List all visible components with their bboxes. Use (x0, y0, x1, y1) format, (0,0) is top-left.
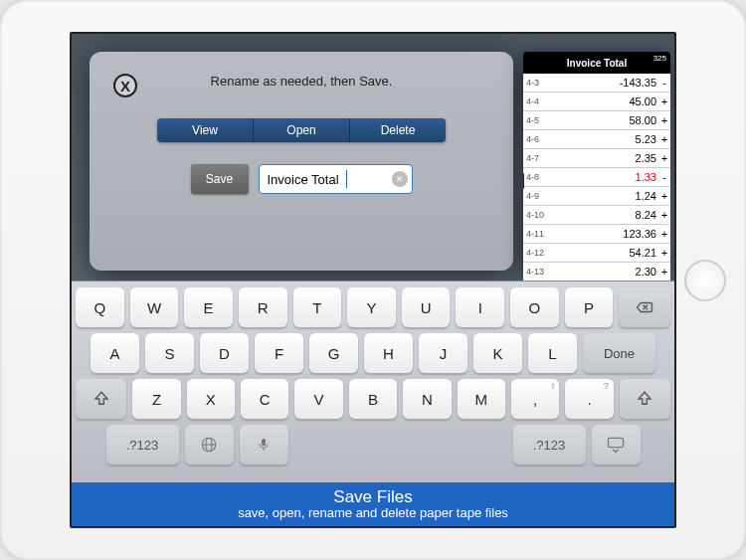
done-key[interactable]: Done (583, 333, 655, 373)
tape-row-value: 54.21 (555, 244, 658, 262)
tape-row[interactable]: 4-65.23+ (523, 130, 670, 149)
key-f[interactable]: F (255, 333, 303, 373)
shift-icon (93, 390, 110, 408)
numbers-key-left[interactable]: .?123 (106, 425, 179, 465)
spacer (349, 425, 398, 465)
clear-input-icon[interactable]: × (392, 171, 408, 187)
close-button[interactable]: X (113, 74, 137, 97)
caption-banner: Save Files save, open, rename and delete… (72, 482, 674, 526)
tape-header: Invoice Total 325 (523, 52, 670, 74)
backspace-icon (636, 298, 653, 316)
tape-pointer-icon (523, 173, 524, 189)
save-button[interactable]: Save (191, 164, 249, 194)
tape-row-label: 4-4 (523, 93, 555, 110)
globe-icon (200, 436, 218, 454)
key-e[interactable]: E (184, 287, 233, 327)
tape-row-label: 4-13 (523, 263, 555, 280)
tape-row-label: 4-11 (523, 225, 555, 243)
dismiss-keyboard-icon (606, 435, 626, 455)
save-dialog: X Rename as needed, then Save. View Open… (90, 52, 513, 271)
key-i[interactable]: I (456, 287, 504, 327)
key-k[interactable]: K (473, 333, 522, 373)
tape-row[interactable]: 4-11123.36+ (523, 225, 670, 244)
key-d[interactable]: D (200, 333, 249, 373)
tape-row-label: 4-12 (523, 244, 555, 262)
key-row-1: QWERTYUIOP (76, 287, 670, 327)
backspace-key[interactable] (619, 287, 670, 327)
upper-area: X Rename as needed, then Save. View Open… (72, 34, 674, 280)
key-l[interactable]: L (528, 333, 577, 373)
key-o[interactable]: O (510, 287, 559, 327)
tape-row[interactable]: 4-445.00+ (523, 93, 670, 111)
tape-row-op: + (658, 93, 670, 110)
spacer (294, 425, 343, 465)
tape-row-label: 4-3 (523, 74, 555, 92)
tape-row[interactable]: 4-81.33- (523, 168, 670, 187)
tape-row[interactable]: 4-108.24+ (523, 206, 670, 225)
dialog-prompt: Rename as needed, then Save. (90, 74, 513, 89)
tape-row-value: 8.24 (555, 206, 658, 224)
ipad-frame: X Rename as needed, then Save. View Open… (0, 0, 746, 560)
key-t[interactable]: T (293, 287, 342, 327)
tab-delete[interactable]: Delete (350, 118, 446, 142)
key-u[interactable]: U (402, 287, 451, 327)
key-a[interactable]: A (91, 333, 139, 373)
period-key[interactable]: . (565, 379, 613, 419)
home-button[interactable] (684, 260, 726, 301)
key-v[interactable]: V (294, 379, 342, 419)
key-w[interactable]: W (130, 287, 179, 327)
save-row: Save × (90, 164, 513, 194)
tape-row[interactable]: 4-72.35+ (523, 149, 670, 168)
tab-view[interactable]: View (157, 118, 254, 142)
file-action-tabs: View Open Delete (157, 118, 446, 142)
tape-body[interactable]: 4-3-143.35-4-445.00+4-558.00+4-65.23+4-7… (523, 74, 670, 280)
tape-row[interactable]: 4-558.00+ (523, 111, 670, 130)
dismiss-keyboard-key[interactable] (592, 425, 641, 465)
tape-row-value: 2.35 (555, 149, 658, 167)
tape-row-op: + (658, 206, 670, 224)
key-row-3: ZXCVBNM,. (76, 379, 670, 419)
comma-key[interactable]: , (511, 379, 559, 419)
key-r[interactable]: R (239, 287, 287, 327)
tape-row[interactable]: 4-1254.21+ (523, 244, 670, 263)
key-y[interactable]: Y (347, 287, 396, 327)
key-x[interactable]: X (187, 379, 235, 419)
tape-row-op: + (658, 130, 670, 148)
key-row-2: ASDFGHJKLDone (76, 333, 670, 373)
mic-key[interactable] (240, 425, 288, 465)
filename-input[interactable] (259, 164, 413, 194)
key-j[interactable]: J (419, 333, 467, 373)
tape-row[interactable]: 4-91.24+ (523, 187, 670, 206)
key-h[interactable]: H (364, 333, 413, 373)
key-c[interactable]: C (241, 379, 288, 419)
shift-key-left[interactable] (76, 379, 126, 419)
svg-rect-5 (609, 438, 624, 447)
svg-rect-3 (262, 439, 266, 446)
key-b[interactable]: B (349, 379, 397, 419)
key-s[interactable]: S (145, 333, 194, 373)
tape-row-label: 4-6 (523, 130, 555, 148)
key-m[interactable]: M (458, 379, 505, 419)
shift-icon (636, 390, 653, 408)
tape-row-label: 4-5 (523, 111, 555, 129)
tape-row[interactable]: 4-3-143.35- (523, 74, 670, 93)
caption-subtitle: save, open, rename and delete paper tape… (72, 506, 674, 521)
app-screen: X Rename as needed, then Save. View Open… (70, 32, 676, 528)
tape-row-label: 4-10 (523, 206, 555, 224)
numbers-key-right[interactable]: .?123 (513, 425, 586, 465)
tape-row-op: + (658, 263, 670, 280)
tape-row-value: 5.23 (555, 130, 658, 148)
globe-key[interactable] (185, 425, 234, 465)
key-n[interactable]: N (403, 379, 451, 419)
tab-open[interactable]: Open (254, 118, 350, 142)
shift-key-right[interactable] (620, 379, 670, 419)
key-z[interactable]: Z (132, 379, 180, 419)
spacer (404, 425, 453, 465)
text-cursor (346, 170, 347, 188)
key-p[interactable]: P (565, 287, 614, 327)
tape-row-value: 123.36 (555, 225, 658, 243)
tape-row-op: + (658, 225, 670, 243)
tape-row[interactable]: 4-132.30+ (523, 263, 670, 280)
key-q[interactable]: Q (76, 287, 124, 327)
key-g[interactable]: G (309, 333, 358, 373)
